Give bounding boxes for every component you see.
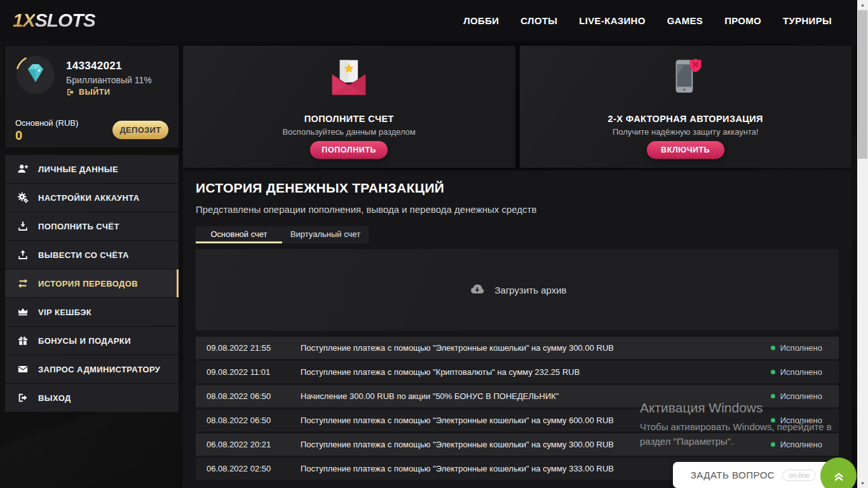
transaction-row[interactable]: 06.08.2022 20:21 Поступление платежа с п…	[196, 433, 839, 456]
nav-item[interactable]: ЛОББИ	[463, 15, 499, 26]
phone-shield-icon	[520, 56, 852, 98]
sidebar-menu-item-label: НАСТРОЙКИ АККАУНТА	[38, 193, 140, 203]
transaction-row[interactable]: 08.08.2022 06:50 Начисление 300.00 RUB п…	[196, 385, 839, 407]
nav-item[interactable]: ТУРНИРЫ	[783, 15, 832, 26]
account-tabs: Основной счетВиртуальный счет	[196, 226, 369, 243]
nav-item[interactable]: LIVE-КАЗИНО	[579, 15, 645, 26]
envelope-star-icon	[183, 56, 515, 100]
transaction-table: 09.08.2022 21:55 Поступление платежа с п…	[196, 337, 839, 482]
status-label: Исполнено	[780, 416, 822, 425]
status-label: Исполнено	[780, 367, 822, 377]
transaction-status: Исполнено	[771, 343, 822, 353]
diamond-avatar	[15, 55, 56, 95]
ask-question-label: ЗАДАТЬ ВОПРОС	[691, 470, 775, 480]
status-dot-icon	[771, 346, 775, 350]
sidebar-menu-item[interactable]: ЗАПРОС АДМИНИСТРАТОРУ	[5, 355, 179, 383]
logo-slots: SLOTS	[35, 10, 95, 30]
sidebar-menu-item-label: БОНУСЫ И ПОДАРКИ	[38, 336, 131, 346]
account-sidebar: 143342021 Бриллиантовый 11% ВЫЙТИ Основн…	[5, 46, 179, 412]
transaction-status: Исполнено	[771, 440, 822, 449]
wallet-balance: 0	[15, 128, 22, 143]
sidebar-menu-item[interactable]: НАСТРОЙКИ АККАУНТА	[5, 184, 179, 212]
page: 1XSLOTS ЛОББИСЛОТЫLIVE-КАЗИНОGAMESПРОМОТ…	[0, 0, 868, 488]
transaction-status: Исполнено	[771, 367, 822, 377]
transaction-description: Начисление 300.00 RUB по акции "50% БОНУ…	[301, 391, 771, 401]
transfer-arrows-icon	[17, 277, 29, 290]
transaction-description: Поступление платежа с помощью "Электронн…	[301, 343, 771, 353]
envelope-icon	[17, 363, 29, 376]
user-id: 143342021	[66, 60, 122, 72]
sidebar-menu-item-label: ЛИЧНЫЕ ДАННЫЕ	[38, 165, 118, 174]
status-label: Исполнено	[780, 440, 822, 449]
nav-item[interactable]: GAMES	[667, 15, 703, 26]
sidebar-menu-item[interactable]: VIP КЕШБЭК	[5, 298, 179, 326]
download-archive-button[interactable]: Загрузить архив	[196, 249, 839, 330]
download-archive-label: Загрузить архив	[494, 285, 566, 295]
deposit-button[interactable]: ДЕПОЗИТ	[112, 121, 168, 139]
transaction-status: Исполнено	[771, 391, 822, 401]
sidebar-menu-item[interactable]: ВЫХОД	[5, 384, 179, 412]
page-scrollbar[interactable]: ▲ ▼	[857, 0, 868, 488]
crown-icon	[17, 306, 29, 318]
user-card: 143342021 Бриллиантовый 11% ВЫЙТИ Основн…	[5, 46, 179, 147]
sidebar-menu-item-label: ПОПОЛНИТЬ СЧЁТ	[38, 222, 119, 231]
status-dot-icon	[771, 370, 775, 374]
scrollbar-down-arrow[interactable]: ▼	[857, 478, 868, 488]
top-nav-bar: 1XSLOTS ЛОББИСЛОТЫLIVE-КАЗИНОGAMESПРОМОТ…	[0, 0, 857, 41]
transaction-row[interactable]: 08.08.2022 06:50 Поступление платежа с п…	[196, 409, 839, 431]
scrollbar-thumb[interactable]	[858, 10, 867, 159]
status-label: Исполнено	[780, 343, 822, 353]
chat-fab-button[interactable]	[820, 458, 857, 488]
sidebar-menu-item[interactable]: ЛИЧНЫЕ ДАННЫЕ	[5, 155, 179, 183]
promo-card-subtitle: Получите надёжную защиту аккаунта!	[520, 127, 852, 137]
transaction-description: Поступление платежа с помощью "Электронн…	[301, 440, 771, 449]
withdraw-icon	[17, 248, 29, 261]
logo-1x: 1X	[13, 10, 35, 30]
scrollbar-up-arrow[interactable]: ▲	[857, 0, 868, 10]
deposit-icon	[17, 220, 29, 233]
transaction-status: Исполнено	[771, 416, 822, 425]
sidebar-menu: ЛИЧНЫЕ ДАННЫЕ НАСТРОЙКИ АККАУНТА ПОПОЛНИ…	[5, 155, 179, 412]
status-dot-icon	[771, 418, 775, 423]
transaction-date: 06.08.2022 02:50	[207, 464, 301, 473]
sidebar-menu-item[interactable]: ВЫВЕСТИ СО СЧЁТА	[5, 241, 179, 269]
transaction-history-section: ИСТОРИЯ ДЕНЕЖНЫХ ТРАНЗАКЦИЙ Представлены…	[183, 170, 851, 488]
gift-icon	[17, 334, 29, 347]
user-level: Бриллиантовый 11%	[66, 75, 152, 85]
sidebar-menu-item-label: ЗАПРОС АДМИНИСТРАТОРУ	[38, 365, 160, 374]
cloud-download-icon	[468, 282, 487, 297]
sidebar-menu-item-label: VIP КЕШБЭК	[38, 308, 92, 317]
account-tab[interactable]: Виртуальный счет	[282, 226, 369, 243]
transaction-row[interactable]: 09.08.2022 11:01 Поступление платежа с п…	[196, 361, 839, 383]
account-tab[interactable]: Основной счет	[196, 226, 282, 243]
gears-icon	[17, 191, 29, 204]
promo-card-button[interactable]: ПОПОЛНИТЬ	[310, 141, 388, 159]
transaction-date: 08.08.2022 06:50	[207, 391, 301, 401]
promo-card-title: ПОПОЛНИТЕ СЧЕТ	[183, 114, 515, 124]
double-chevron-up-icon	[831, 468, 846, 484]
status-label: Исполнено	[780, 391, 822, 401]
sidebar-menu-item-label: ВЫХОД	[38, 393, 71, 403]
promo-card-subtitle: Воспользуйтесь данным разделом	[183, 127, 515, 137]
transaction-description: Поступление платежа с помощью "Электронн…	[301, 416, 771, 425]
transaction-row[interactable]: 09.08.2022 21:55 Поступление платежа с п…	[196, 337, 839, 359]
transaction-date: 08.08.2022 06:50	[207, 416, 301, 425]
sidebar-menu-item[interactable]: БОНУСЫ И ПОДАРКИ	[5, 327, 179, 355]
status-dot-icon	[771, 442, 775, 447]
wallet-label: Основной (RUB)	[15, 118, 78, 128]
main-nav: ЛОББИСЛОТЫLIVE-КАЗИНОGAMESПРОМОТУРНИРЫ	[463, 15, 832, 26]
logout-link[interactable]: ВЫЙТИ	[66, 88, 110, 97]
sidebar-menu-item[interactable]: ПОПОЛНИТЬ СЧЁТ	[5, 212, 179, 240]
promo-card: ПОПОЛНИТЕ СЧЕТ Воспользуйтесь данным раз…	[183, 46, 515, 168]
nav-item[interactable]: СЛОТЫ	[520, 15, 557, 26]
sidebar-menu-item[interactable]: ИСТОРИЯ ПЕРЕВОДОВ	[5, 269, 179, 297]
sidebar-menu-item-label: ВЫВЕСТИ СО СЧЁТА	[38, 250, 129, 260]
ask-question-widget[interactable]: ЗАДАТЬ ВОПРОС on-line	[673, 462, 834, 488]
section-title: ИСТОРИЯ ДЕНЕЖНЫХ ТРАНЗАКЦИЙ	[196, 180, 444, 196]
promo-card-button[interactable]: ВКЛЮЧИТЬ	[647, 141, 724, 159]
logout-label: ВЫЙТИ	[79, 88, 110, 97]
logout-icon	[66, 88, 75, 97]
nav-item[interactable]: ПРОМО	[724, 15, 761, 26]
transaction-description: Поступление платежа с помощью "Криптовал…	[301, 367, 771, 377]
site-logo[interactable]: 1XSLOTS	[13, 11, 95, 30]
